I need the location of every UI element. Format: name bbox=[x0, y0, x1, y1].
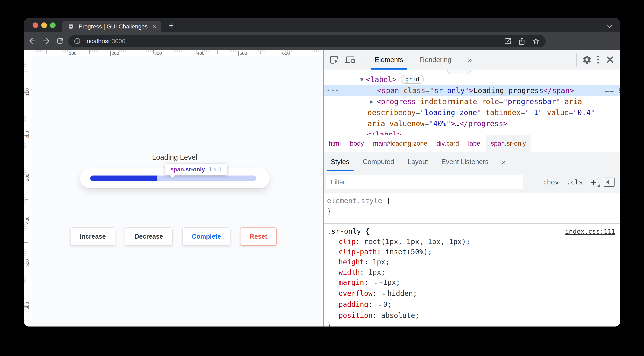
breadcrumb-span[interactable]: span.sr-only bbox=[486, 135, 530, 152]
tree-line[interactable]: </label> bbox=[324, 129, 620, 135]
css-property[interactable]: clip: rect(1px, 1px, 1px, 1px); bbox=[327, 237, 620, 247]
devtools-close-icon[interactable]: ✕ bbox=[606, 54, 614, 65]
site-info-icon[interactable] bbox=[74, 38, 81, 45]
page-title: Loading Level bbox=[98, 153, 252, 161]
tree-line[interactable]: aria-valuenow="40%">…</progress> bbox=[324, 118, 620, 129]
css-property[interactable]: position: absolute; bbox=[327, 310, 620, 320]
ruler-label: 600 bbox=[25, 299, 30, 312]
page-viewport: 100200300400500600700 100200300400500600… bbox=[24, 50, 323, 326]
code-text: describedby="loading-zone" tabindex="-1"… bbox=[368, 107, 595, 118]
code-text: </label> bbox=[366, 129, 402, 135]
expand-shorthand-icon[interactable]: ▸ bbox=[374, 280, 377, 286]
ruler-label: 400 bbox=[25, 214, 30, 226]
css-property[interactable]: overflow: ▸hidden; bbox=[327, 288, 620, 299]
device-toolbar-icon[interactable] bbox=[345, 55, 355, 65]
sr-only-rule-section: .sr-only { index.css:111 clip: rect(1px,… bbox=[324, 224, 620, 326]
maximize-window-button[interactable] bbox=[50, 23, 56, 28]
browser-window: Progress | GUI Challenges × + localhost:… bbox=[24, 18, 620, 326]
ruler-label: 400 bbox=[196, 51, 204, 56]
button-row: IncreaseDecreaseCompleteReset bbox=[24, 227, 323, 246]
devtools-settings-gear-icon[interactable] bbox=[582, 55, 592, 65]
tree-line[interactable]: describedby="loading-zone" tabindex="-1"… bbox=[324, 107, 620, 118]
styles-filter-input[interactable] bbox=[326, 175, 523, 189]
tab-close-icon[interactable]: × bbox=[152, 23, 157, 30]
reload-button[interactable] bbox=[56, 36, 64, 46]
styles-tab-computed[interactable]: Computed bbox=[356, 152, 401, 171]
css-property[interactable]: clip-path: inset(50%); bbox=[327, 247, 620, 257]
toolbar-separator bbox=[360, 53, 361, 67]
clipped-badge bbox=[447, 70, 471, 74]
ruler-label: 100 bbox=[25, 86, 30, 98]
forward-button[interactable] bbox=[42, 36, 51, 46]
styles-tab-bar: StylesComputedLayoutEvent Listeners» bbox=[324, 152, 620, 171]
devtools-toolbar: ElementsRendering» ✕ bbox=[324, 50, 620, 70]
increase-button[interactable]: Increase bbox=[70, 227, 115, 246]
expand-shorthand-icon[interactable]: ▸ bbox=[378, 302, 381, 308]
minimize-window-button[interactable] bbox=[41, 23, 47, 28]
breadcrumb-html[interactable]: html bbox=[324, 135, 346, 152]
browser-tab[interactable]: Progress | GUI Challenges × bbox=[62, 21, 161, 32]
styles-tab-styles[interactable]: Styles bbox=[324, 152, 356, 171]
hidden-nodes-dots: ••• bbox=[326, 85, 340, 96]
expand-arrow-icon[interactable]: ▶ bbox=[370, 96, 374, 107]
ruler-label: 600 bbox=[281, 51, 290, 56]
breadcrumb-label[interactable]: label bbox=[464, 135, 486, 152]
grid-badge[interactable]: grid bbox=[401, 75, 424, 84]
expand-shorthand-icon[interactable]: ▸ bbox=[383, 291, 386, 297]
tab-rendering[interactable]: Rendering bbox=[412, 50, 460, 70]
url-host: localhost bbox=[85, 38, 110, 45]
styles-tab-layout[interactable]: Layout bbox=[401, 152, 435, 171]
devtools-resize-handle[interactable] bbox=[323, 50, 324, 326]
stylesheet-source-link[interactable]: index.css:111 bbox=[565, 226, 615, 237]
progress-fill bbox=[90, 175, 157, 181]
browser-toolbar: localhost:3000 bbox=[24, 32, 620, 50]
decrease-button[interactable]: Decrease bbox=[125, 227, 172, 246]
tab-strip: Progress | GUI Challenges × + bbox=[24, 18, 620, 32]
tab-search-chevron-icon[interactable] bbox=[606, 23, 612, 28]
ruler-label: 300 bbox=[153, 51, 162, 56]
breadcrumb-body[interactable]: body bbox=[346, 135, 368, 152]
reset-button[interactable]: Reset bbox=[240, 227, 276, 246]
styles-tab-eventlisteners[interactable]: Event Listeners bbox=[435, 152, 495, 171]
share-icon[interactable] bbox=[518, 37, 526, 45]
back-button[interactable] bbox=[28, 36, 37, 46]
pseudo-state-toggle[interactable]: :hov bbox=[543, 178, 559, 186]
rule-selector[interactable]: .sr-only { bbox=[327, 226, 370, 236]
open-in-new-icon[interactable] bbox=[504, 37, 512, 45]
inspect-tooltip: span.sr-only 1 × 1 bbox=[165, 164, 227, 175]
code-text: <progress indeterminate role="progressba… bbox=[376, 96, 586, 107]
css-property[interactable]: margin: ▸-1px; bbox=[327, 277, 620, 288]
url-text: localhost:3000 bbox=[85, 38, 125, 45]
collapse-arrow-icon[interactable]: ▼ bbox=[360, 74, 364, 85]
toolbar-separator bbox=[576, 53, 576, 67]
favicon-skull-icon bbox=[68, 23, 74, 30]
complete-button[interactable]: Complete bbox=[182, 227, 230, 246]
tab-[interactable]: » bbox=[460, 50, 480, 70]
breadcrumb-div[interactable]: div.card bbox=[432, 135, 464, 152]
element-style-section[interactable]: element.style { } bbox=[324, 193, 620, 224]
breadcrumb-main[interactable]: main#loading-zone bbox=[368, 135, 432, 152]
tab-elements[interactable]: Elements bbox=[366, 50, 412, 70]
class-toggle[interactable]: .cls bbox=[567, 178, 583, 186]
css-property[interactable]: padding: ▸0; bbox=[327, 299, 620, 310]
bookmark-star-icon[interactable] bbox=[532, 37, 540, 45]
tree-line[interactable]: ▼<label>grid bbox=[324, 74, 620, 85]
address-bar[interactable]: localhost:3000 bbox=[68, 35, 546, 47]
code-text: <span class="sr-only">Loading progress</… bbox=[377, 85, 620, 96]
url-port: :3000 bbox=[110, 38, 125, 45]
css-property[interactable]: width: 1px; bbox=[327, 267, 620, 277]
code-text: aria-valuenow="40%">…</progress> bbox=[368, 118, 508, 129]
ruler-label: 500 bbox=[238, 51, 247, 56]
tree-line[interactable]: ▶<progress indeterminate role="progressb… bbox=[324, 96, 620, 107]
vertical-ruler: 100200300400500600 bbox=[24, 50, 31, 326]
css-property[interactable]: height: 1px; bbox=[327, 257, 620, 267]
computed-sidebar-toggle-icon[interactable] bbox=[604, 177, 614, 187]
close-window-button[interactable] bbox=[32, 23, 38, 28]
styles-tab-[interactable]: » bbox=[495, 152, 512, 171]
tree-line[interactable]: •••<span class="sr-only">Loading progres… bbox=[324, 85, 620, 96]
devtools-menu-icon[interactable] bbox=[597, 56, 599, 64]
new-tab-button[interactable]: + bbox=[168, 20, 174, 31]
element-style-selector[interactable]: element.style bbox=[327, 197, 382, 205]
new-style-rule-button[interactable]: + bbox=[591, 177, 597, 187]
inspect-element-icon[interactable] bbox=[329, 55, 339, 65]
